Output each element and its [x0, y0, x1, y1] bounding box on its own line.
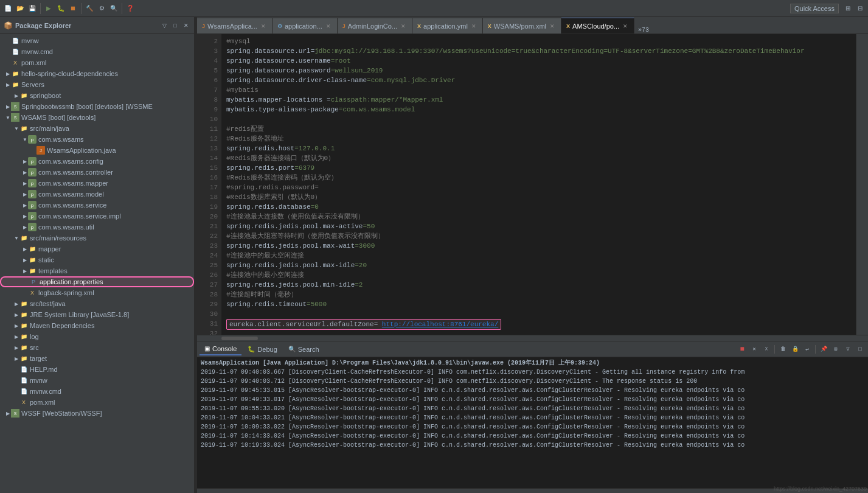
console-pin-btn[interactable]: 📌	[819, 344, 828, 354]
toolbar-btn-open[interactable]: 📂	[15, 3, 26, 14]
tree-toggle-controller[interactable]: ▶	[22, 169, 28, 175]
tree-toggle-springbootwssmb[interactable]: ▶	[5, 103, 11, 110]
tab-close-wsams-pom[interactable]: ✕	[549, 23, 556, 30]
tree-item-servers[interactable]: ▶📁Servers	[0, 79, 194, 90]
console-tab-debug-tab[interactable]: 🐛Debug	[243, 343, 282, 355]
tree-item-log-folder[interactable]: ▶📁log	[0, 331, 194, 342]
tree-item-springboot[interactable]: ▶📁springboot	[0, 90, 194, 101]
tree-toggle-springboot[interactable]: ▶	[13, 93, 19, 99]
tree-item-service[interactable]: ▶pcom.ws.wsams.service	[0, 200, 194, 211]
tree-toggle-mvnw-cmd[interactable]	[5, 49, 11, 55]
tree-toggle-application-props[interactable]	[23, 279, 29, 285]
console-tab-search-tab[interactable]: 🔍Search	[283, 343, 324, 355]
tree-toggle-logback[interactable]	[22, 290, 28, 296]
console-word-wrap-btn[interactable]: ↵	[802, 344, 812, 354]
tree-toggle-help-md[interactable]	[13, 366, 19, 372]
tree-toggle-com-ws-wsams[interactable]: ▼	[22, 136, 28, 142]
editor-tab-adminlogin-tab[interactable]: JAdminLoginCo...✕	[338, 18, 412, 33]
tree-toggle-src-folder[interactable]: ▶	[13, 344, 19, 351]
tree-item-service-impl[interactable]: ▶pcom.ws.wsams.service.impl	[0, 211, 194, 222]
toolbar-btn-debug[interactable]: 🐛	[55, 3, 66, 14]
tree-toggle-static-folder[interactable]: ▶	[22, 257, 28, 263]
console-open-btn[interactable]: ⊞	[831, 344, 841, 354]
tree-item-src-main-java[interactable]: ▼📁src/main/java	[0, 123, 194, 134]
console-minimize-btn[interactable]: ▽	[843, 344, 853, 354]
tree-toggle-wsams-app[interactable]	[30, 147, 36, 153]
tree-toggle-wsams[interactable]: ▼	[5, 114, 11, 121]
toolbar-btn-window[interactable]: ⊟	[855, 3, 866, 14]
tree-toggle-pom-xml[interactable]	[5, 60, 11, 66]
tree-toggle-src-main-resources[interactable]: ▼	[13, 235, 19, 241]
tree-item-pom-xml[interactable]: Xpom.xml	[0, 57, 194, 68]
tree-item-logback[interactable]: Xlogback-spring.xml	[0, 287, 194, 298]
tree-toggle-config[interactable]: ▶	[22, 158, 28, 164]
tree-item-model[interactable]: ▶pcom.ws.wsams.model	[0, 189, 194, 200]
h-scrollbar-thumb[interactable]	[221, 337, 258, 340]
tree-toggle-mapper[interactable]: ▶	[22, 180, 28, 186]
tree-item-springbootwssmb[interactable]: ▶SSpringbootwssmb [boot] [devtools] [WSS…	[0, 101, 194, 112]
tree-toggle-servers[interactable]: ▶	[5, 82, 11, 88]
editor-h-scrollbar[interactable]	[197, 335, 868, 341]
tree-item-mvnw2[interactable]: 📄mvnw	[0, 375, 194, 386]
editor-tab-wsams-app-tab[interactable]: JWsamsApplica...✕	[197, 18, 273, 33]
tree-item-hello-spring[interactable]: ▶📁hello-spring-cloud-dependencies	[0, 68, 194, 79]
toolbar-btn-save[interactable]: 💾	[27, 3, 38, 14]
tree-item-application-props[interactable]: Papplication.properties	[0, 276, 194, 287]
toolbar-btn-new[interactable]: 📄	[2, 3, 13, 14]
tree-item-wssf[interactable]: ▶SWSSF [WebStation/WSSF]	[0, 408, 194, 419]
tree-item-wsams-app[interactable]: JWsamsApplication.java	[0, 145, 194, 156]
toolbar-btn-run[interactable]: ▶	[43, 3, 54, 14]
tree-item-mvnw[interactable]: 📄mvnw	[0, 35, 194, 46]
tree-toggle-pom-xml2[interactable]	[13, 399, 19, 405]
tree-item-src-test-java[interactable]: ▶📁src/test/java	[0, 298, 194, 309]
editor-tab-application-yml[interactable]: Xapplication.yml✕	[412, 18, 483, 33]
console-stop-btn[interactable]: ■	[737, 344, 747, 354]
tree-toggle-hello-spring[interactable]: ▶	[5, 71, 11, 77]
tree-item-controller[interactable]: ▶pcom.ws.wsams.controller	[0, 167, 194, 178]
tab-close-wsams-app-tab[interactable]: ✕	[260, 23, 267, 30]
tree-toggle-util[interactable]: ▶	[22, 224, 28, 230]
panel-minimize-btn[interactable]: ▽	[160, 21, 168, 30]
tab-close-application-yml[interactable]: ✕	[470, 23, 477, 30]
tree-toggle-log-folder[interactable]: ▶	[13, 334, 19, 340]
tree-toggle-mvnw-cmd2[interactable]	[13, 388, 19, 394]
tree-item-com-ws-wsams[interactable]: ▼pcom.ws.wsams	[0, 134, 194, 145]
tree-item-config[interactable]: ▶pcom.ws.wsams.config	[0, 156, 194, 167]
tree-toggle-templates-folder[interactable]: ▶	[22, 268, 28, 274]
tree-toggle-target-folder[interactable]: ▶	[13, 355, 19, 362]
scrollbar-thumb[interactable]	[859, 35, 866, 72]
tree-item-templates-folder[interactable]: ▶📁templates	[0, 265, 194, 276]
tab-close-amscloud-po[interactable]: ✕	[622, 23, 629, 30]
tree-toggle-src-test-java[interactable]: ▶	[13, 301, 19, 307]
console-tab-console-tab[interactable]: ▣Console	[200, 343, 241, 355]
tree-item-help-md[interactable]: 📄HELP.md	[0, 364, 194, 375]
tree-item-mapper[interactable]: ▶pcom.ws.wsams.mapper	[0, 178, 194, 189]
editor-tab-application-tab[interactable]: ⚙application...✕	[273, 18, 338, 33]
tree-toggle-service-impl[interactable]: ▶	[22, 213, 28, 219]
tree-item-wsams[interactable]: ▼SWSAMS [boot] [devtools]	[0, 112, 194, 123]
console-clear-btn[interactable]: 🗑	[778, 344, 788, 354]
code-editor[interactable]: #mysqlspring.datasource.url=jdbc:mysql:/…	[221, 34, 856, 335]
tree-toggle-mvnw2[interactable]	[13, 377, 19, 383]
toolbar-btn-build[interactable]: 🔨	[84, 3, 95, 14]
console-content[interactable]: WsamsApplication [Java Application] D:\P…	[197, 357, 868, 488]
tree-toggle-jre[interactable]: ▶	[13, 312, 19, 318]
tree-toggle-src-main-java[interactable]: ▼	[13, 125, 19, 131]
toolbar-btn-settings[interactable]: ⚙	[96, 3, 107, 14]
tree-item-util[interactable]: ▶pcom.ws.wsams.util	[0, 222, 194, 233]
tree-item-src-folder[interactable]: ▶📁src	[0, 342, 194, 353]
toolbar-btn-stop[interactable]: ⏹	[68, 3, 78, 14]
tree-item-maven-deps[interactable]: ▶📁Maven Dependencies	[0, 320, 194, 331]
tab-overflow[interactable]: »73	[634, 27, 653, 33]
tree-toggle-mapper-folder[interactable]: ▶	[22, 246, 28, 252]
panel-close-btn[interactable]: ✕	[182, 21, 190, 30]
tree-toggle-service[interactable]: ▶	[22, 202, 28, 208]
tree-item-static-folder[interactable]: ▶📁static	[0, 254, 194, 265]
tree-item-pom-xml2[interactable]: Xpom.xml	[0, 397, 194, 408]
tree-toggle-model[interactable]: ▶	[22, 191, 28, 197]
tab-close-adminlogin-tab[interactable]: ✕	[400, 23, 407, 30]
tree-item-jre[interactable]: ▶📁JRE System Library [JavaSE-1.8]	[0, 309, 194, 320]
editor-tab-amscloud-po[interactable]: XAMSCloud/po...✕	[561, 18, 634, 33]
tree-item-src-main-resources[interactable]: ▼📁src/main/resources	[0, 233, 194, 243]
tree-item-mvnw-cmd[interactable]: 📄mvnw.cmd	[0, 46, 194, 57]
